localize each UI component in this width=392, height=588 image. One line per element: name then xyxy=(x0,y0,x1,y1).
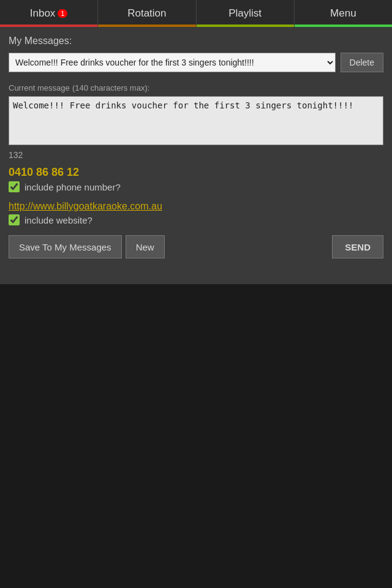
tab-inbox-label: Inbox xyxy=(30,7,56,20)
tab-rotation[interactable]: Rotation xyxy=(98,0,196,27)
message-dropdown[interactable]: Welcome!!! Free drinks voucher for the f… xyxy=(9,53,336,72)
include-phone-label: include phone number? xyxy=(24,182,121,192)
tab-bar: Inbox 1 Rotation Playlist Menu xyxy=(0,0,392,27)
include-phone-checkbox[interactable] xyxy=(9,181,20,192)
action-bar: Save To My Messages New SEND xyxy=(9,235,383,258)
current-message-label: Current message (140 characters max): xyxy=(9,82,383,92)
message-selector-row: Welcome!!! Free drinks voucher for the f… xyxy=(9,53,383,72)
tab-inbox[interactable]: Inbox 1 xyxy=(0,0,98,27)
my-messages-title: My Messages: xyxy=(9,36,383,47)
tab-rotation-label: Rotation xyxy=(127,7,166,20)
inbox-badge: 1 xyxy=(58,9,67,18)
tab-menu[interactable]: Menu xyxy=(295,0,392,27)
delete-button[interactable]: Delete xyxy=(341,53,383,72)
send-button[interactable]: SEND xyxy=(332,235,383,258)
website-link[interactable]: http://www.billygoatkaraoke.com.au xyxy=(9,201,383,212)
include-website-row: include website? xyxy=(9,214,383,225)
char-count: 132 xyxy=(9,150,383,160)
tab-playlist[interactable]: Playlist xyxy=(197,0,295,27)
save-button[interactable]: Save To My Messages xyxy=(9,235,122,258)
main-content: My Messages: Welcome!!! Free drinks vouc… xyxy=(0,27,392,284)
new-button[interactable]: New xyxy=(126,235,165,258)
phone-number: 0410 86 86 12 xyxy=(9,166,383,179)
include-website-label: include website? xyxy=(24,215,92,225)
tab-playlist-label: Playlist xyxy=(228,7,262,20)
tab-menu-label: Menu xyxy=(330,7,356,20)
include-website-checkbox[interactable] xyxy=(9,214,20,225)
message-textarea[interactable]: Welcome!!! Free drinks voucher for the f… xyxy=(9,96,383,145)
char-max-label: (140 characters max): xyxy=(72,83,149,92)
include-phone-row: include phone number? xyxy=(9,181,383,192)
